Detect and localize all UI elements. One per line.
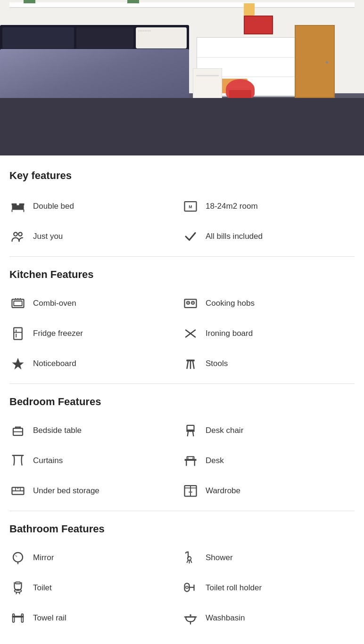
bedroom-features-title: Bedroom Features [9, 391, 355, 408]
ironing-board-label: Ironing board [206, 329, 253, 338]
towel-rail-label: Towel rail [33, 613, 66, 623]
under-bed-storage-label: Under bed storage [33, 486, 99, 496]
curtains-label: Curtains [33, 456, 63, 465]
divider-bathroom [9, 511, 355, 511]
desk-chair-label: Desk chair [206, 426, 243, 435]
key-features-grid: Double bed M 18-24m2 room Just you [9, 191, 355, 252]
feature-shower: Shower [182, 543, 355, 573]
divider-bedroom [9, 383, 355, 384]
feature-desk-chair: Desk chair [182, 416, 355, 446]
svg-point-72 [186, 586, 188, 588]
storage-icon [9, 482, 26, 499]
svg-point-9 [14, 232, 17, 236]
toilet-icon [9, 579, 26, 596]
feature-toilet: Toilet [9, 573, 182, 603]
washbasin-label: Washbasin [206, 613, 245, 623]
svg-rect-37 [187, 425, 194, 430]
desk-icon [182, 452, 199, 469]
feature-noticeboard: Noticeboard [9, 349, 182, 379]
feature-wardrobe: Wardrobe [182, 476, 355, 506]
basin-icon [182, 610, 199, 627]
bedside-icon [9, 422, 26, 439]
svg-point-14 [17, 298, 19, 300]
oven-icon [9, 295, 26, 312]
svg-point-10 [18, 232, 22, 236]
person-icon [9, 228, 26, 245]
svg-point-67 [15, 589, 22, 592]
svg-point-20 [192, 302, 194, 304]
svg-rect-1 [12, 204, 17, 206]
towel-rail-icon [9, 610, 26, 627]
just-you-label: Just you [33, 232, 63, 241]
content-area: Key features Double bed M 18-24m2 room [0, 155, 364, 644]
kitchen-features-title: Kitchen Features [9, 264, 355, 281]
stool-icon [182, 355, 199, 372]
bed-icon [9, 198, 26, 215]
toilet-label: Toilet [33, 583, 52, 593]
svg-rect-21 [14, 328, 22, 340]
feature-fridge: Fridge freezer [9, 318, 182, 349]
svg-point-63 [188, 557, 191, 561]
bedroom-features-grid: Bedside table Desk chair Curtains Desk [9, 416, 355, 506]
divider-kitchen [9, 256, 355, 257]
mirror-icon [9, 549, 26, 566]
wardrobe-icon [182, 482, 199, 499]
svg-rect-70 [16, 582, 20, 584]
feature-room-size: M 18-24m2 room [182, 191, 355, 221]
feature-desk: Desk [182, 446, 355, 476]
svg-rect-75 [12, 616, 24, 618]
svg-rect-77 [22, 614, 24, 622]
stools-label: Stools [206, 359, 228, 368]
shower-label: Shower [206, 553, 233, 562]
bedside-table-label: Bedside table [33, 426, 82, 435]
svg-line-62 [16, 555, 17, 557]
svg-line-40 [193, 432, 193, 436]
size-icon: M [182, 198, 199, 215]
svg-rect-76 [13, 614, 15, 622]
hobs-icon [182, 295, 199, 312]
svg-line-30 [193, 361, 194, 368]
svg-line-39 [188, 432, 188, 436]
desk-label: Desk [206, 456, 224, 465]
curtains-icon [9, 452, 26, 469]
svg-line-69 [19, 592, 20, 594]
svg-point-80 [190, 614, 191, 616]
feature-washbasin: Washbasin [182, 603, 355, 633]
svg-point-60 [13, 553, 23, 562]
svg-marker-27 [12, 358, 24, 370]
double-bed-label: Double bed [33, 202, 74, 211]
iron-icon [182, 325, 199, 342]
fridge-label: Fridge freezer [33, 329, 83, 338]
feature-toilet-roll-holder: Toilet roll holder [182, 573, 355, 603]
fridge-icon [9, 325, 26, 342]
room-size-label: 18-24m2 room [206, 202, 258, 211]
svg-rect-0 [12, 205, 24, 210]
kitchen-features-grid: Combi-oven Cooking hobs Fridge freezer I… [9, 288, 355, 379]
feature-curtains: Curtains [9, 446, 182, 476]
svg-rect-12 [14, 301, 22, 306]
feature-double-bed: Double bed [9, 191, 182, 221]
svg-point-13 [15, 298, 17, 300]
feature-bedside-table: Bedside table [9, 416, 182, 446]
feature-ironing-board: Ironing board [182, 318, 355, 349]
svg-line-64 [187, 560, 189, 562]
svg-text:M: M [189, 204, 192, 209]
hero-image: ≡ ≡ ≡ ≡ ≡ ≡ ≡ ≡ [0, 0, 364, 155]
svg-line-68 [16, 592, 17, 594]
check-icon [182, 228, 199, 245]
key-features-title: Key features [9, 170, 355, 182]
toilet-roll-holder-label: Toilet roll holder [206, 583, 262, 593]
svg-point-19 [188, 302, 189, 304]
feature-bills: All bills included [182, 221, 355, 252]
bills-label: All bills included [206, 232, 263, 241]
svg-point-15 [20, 298, 21, 300]
noticeboard-label: Noticeboard [33, 359, 76, 368]
svg-line-29 [187, 361, 189, 368]
chair-icon [182, 422, 199, 439]
wardrobe-label: Wardrobe [206, 486, 240, 496]
bathroom-features-title: Bathroom Features [9, 518, 355, 535]
feature-under-bed-storage: Under bed storage [9, 476, 182, 506]
feature-stools: Stools [182, 349, 355, 379]
svg-rect-2 [19, 204, 24, 206]
feature-combi-oven: Combi-oven [9, 288, 182, 318]
